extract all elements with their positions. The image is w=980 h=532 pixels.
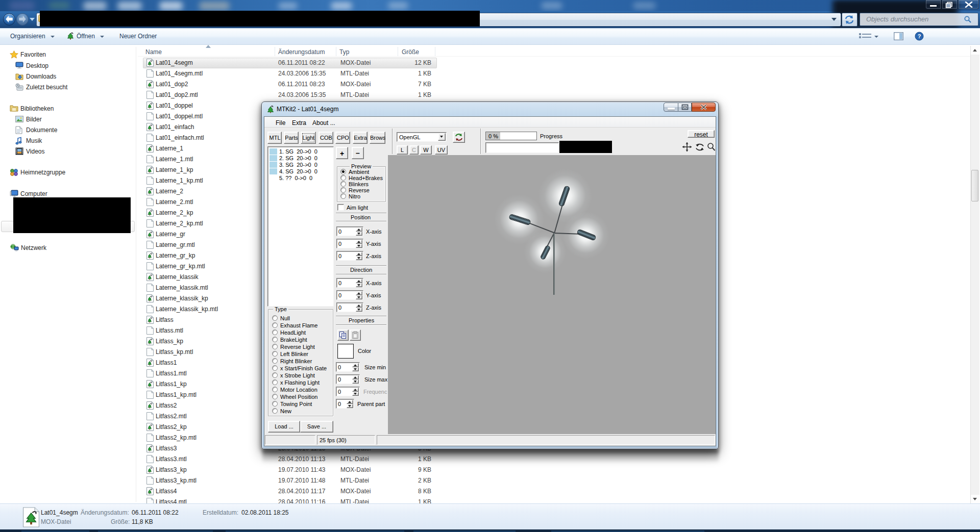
svg-text:?: ? [918, 33, 921, 39]
